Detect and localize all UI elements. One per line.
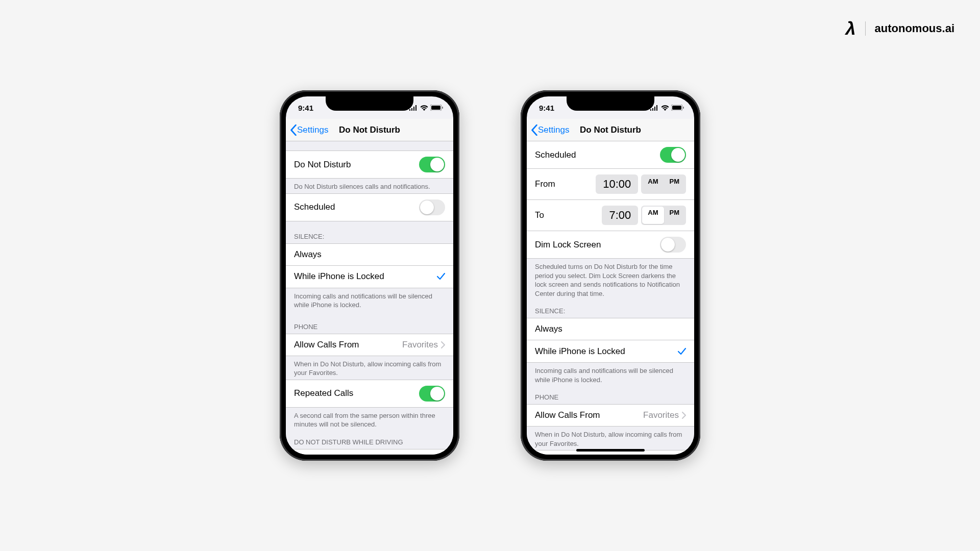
status-time: 9:41 <box>539 104 554 112</box>
brand-logo: λ autonomous.ai <box>846 18 954 39</box>
from-am[interactable]: AM <box>642 176 664 193</box>
back-button[interactable]: Settings <box>286 124 328 136</box>
settings-content[interactable]: Do Not Disturb Do Not Disturb silences c… <box>286 141 453 455</box>
logo-separator <box>865 21 866 36</box>
phone-right: 9:41 Settings Do Not Disturb <box>521 90 700 461</box>
notch <box>567 96 654 111</box>
back-button[interactable]: Settings <box>527 124 569 136</box>
svg-rect-5 <box>683 107 684 109</box>
lambda-icon: λ <box>846 18 856 39</box>
silence-locked-label: While iPhone is Locked <box>294 271 437 282</box>
wifi-icon <box>661 105 669 111</box>
svg-rect-1 <box>431 106 440 110</box>
allow-calls-value: Favorites <box>402 340 438 350</box>
silence-header: Silence: <box>286 221 453 243</box>
from-ampm[interactable]: AM PM <box>641 174 686 194</box>
battery-icon <box>430 105 443 111</box>
chevron-left-icon <box>531 124 538 136</box>
home-indicator[interactable] <box>576 449 645 452</box>
phone-header: Phone <box>286 312 453 334</box>
scheduled-row[interactable]: Scheduled <box>286 193 453 221</box>
allow-calls-footer: When in Do Not Disturb, allow incoming c… <box>527 427 694 450</box>
silence-always-row[interactable]: Always <box>527 318 694 340</box>
from-row[interactable]: From 10:00 AM PM <box>527 169 694 200</box>
to-time[interactable]: 7:00 <box>602 206 638 225</box>
phone-header: Phone <box>527 386 694 404</box>
settings-content[interactable]: Scheduled From 10:00 AM PM <box>527 141 694 455</box>
scheduled-toggle[interactable] <box>660 147 686 163</box>
repeated-label: Repeated Calls <box>294 388 419 398</box>
chevron-right-icon <box>441 341 445 348</box>
to-am[interactable]: AM <box>642 207 664 224</box>
to-label: To <box>535 210 602 220</box>
allow-calls-footer: When in Do Not Disturb, allow incoming c… <box>286 356 453 380</box>
check-icon <box>437 273 445 280</box>
silence-locked-label: While iPhone is Locked <box>535 346 678 357</box>
allow-calls-row[interactable]: Allow Calls From Favorites <box>527 404 694 427</box>
dim-label: Dim Lock Screen <box>535 240 660 250</box>
chevron-right-icon <box>682 412 686 419</box>
scheduled-label: Scheduled <box>294 202 419 212</box>
nav-bar: Settings Do Not Disturb <box>286 119 453 141</box>
repeated-footer: A second call from the same person withi… <box>286 408 453 431</box>
from-pm[interactable]: PM <box>664 176 685 193</box>
scheduled-footer: Scheduled turns on Do Not Disturb for th… <box>527 259 694 300</box>
dnd-toggle[interactable] <box>419 157 445 172</box>
status-indicators <box>409 105 443 111</box>
allow-calls-value: Favorites <box>643 410 679 420</box>
allow-calls-label: Allow Calls From <box>535 410 643 420</box>
silence-locked-row[interactable]: While iPhone is Locked <box>286 266 453 288</box>
to-ampm[interactable]: AM PM <box>641 206 686 225</box>
scheduled-row[interactable]: Scheduled <box>527 141 694 169</box>
from-time[interactable]: 10:00 <box>596 174 638 194</box>
scheduled-toggle[interactable] <box>419 199 445 215</box>
dnd-toggle-row[interactable]: Do Not Disturb <box>286 151 453 179</box>
silence-header: Silence: <box>527 300 694 318</box>
battery-icon <box>671 105 684 111</box>
nav-bar: Settings Do Not Disturb <box>527 119 694 141</box>
silence-always-row[interactable]: Always <box>286 243 453 266</box>
silence-always-label: Always <box>535 324 686 334</box>
dnd-footer: Do Not Disturb silences calls and notifi… <box>286 179 453 193</box>
dim-lock-row[interactable]: Dim Lock Screen <box>527 231 694 259</box>
allow-calls-label: Allow Calls From <box>294 340 402 350</box>
to-row[interactable]: To 7:00 AM PM <box>527 200 694 231</box>
check-icon <box>678 348 686 355</box>
back-label: Settings <box>538 125 569 135</box>
brand-name: autonomous.ai <box>875 22 954 35</box>
to-pm[interactable]: PM <box>664 207 685 224</box>
from-label: From <box>535 179 596 189</box>
phone-left: 9:41 Settings Do Not Disturb <box>280 90 459 461</box>
silence-locked-row[interactable]: While iPhone is Locked <box>527 340 694 363</box>
silence-footer: Incoming calls and notifications will be… <box>527 363 694 386</box>
scheduled-label: Scheduled <box>535 150 660 160</box>
allow-calls-row[interactable]: Allow Calls From Favorites <box>286 334 453 356</box>
activate-row[interactable]: Activate Manually <box>286 449 453 455</box>
back-label: Settings <box>297 125 328 135</box>
status-time: 9:41 <box>298 104 313 112</box>
svg-rect-4 <box>672 106 681 110</box>
silence-footer: Incoming calls and notifications will be… <box>286 288 453 312</box>
repeated-toggle[interactable] <box>419 386 445 402</box>
dim-toggle[interactable] <box>660 237 686 253</box>
wifi-icon <box>420 105 428 111</box>
repeated-calls-row[interactable]: Repeated Calls <box>286 380 453 408</box>
driving-header: Do Not Disturb While Driving <box>286 431 453 449</box>
svg-rect-2 <box>442 107 443 109</box>
silence-always-label: Always <box>294 249 445 260</box>
chevron-left-icon <box>290 124 297 136</box>
status-indicators <box>650 105 684 111</box>
notch <box>326 96 413 111</box>
dnd-label: Do Not Disturb <box>294 160 419 170</box>
